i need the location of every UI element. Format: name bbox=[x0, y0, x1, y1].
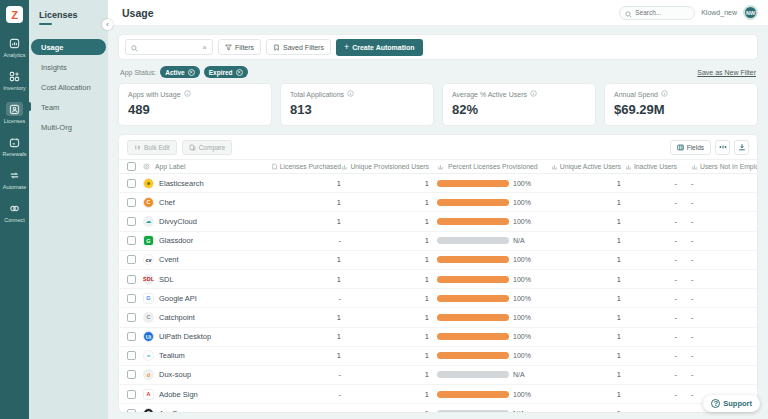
remove-chip-icon[interactable]: × bbox=[188, 69, 195, 76]
row-checkbox[interactable] bbox=[127, 390, 136, 399]
clear-search-icon[interactable]: × bbox=[202, 43, 207, 52]
app-name[interactable]: AppSpace bbox=[159, 409, 194, 412]
app-name[interactable]: Cvent bbox=[159, 255, 179, 264]
table-row[interactable]: Ui UiPath Desktop 1 1 100% 1 - - bbox=[119, 328, 757, 347]
support-button[interactable]: ? Support bbox=[703, 395, 760, 412]
remove-chip-icon[interactable]: × bbox=[236, 69, 243, 76]
table-row[interactable]: ≈ Tealium 1 1 100% 1 - - bbox=[119, 347, 757, 366]
global-search-input[interactable] bbox=[635, 9, 687, 16]
percent-label: 100% bbox=[513, 295, 531, 302]
table-row[interactable]: C Catchpoint 1 1 100% 1 - - bbox=[119, 308, 757, 327]
column-app-label[interactable]: App Label bbox=[143, 163, 261, 170]
row-checkbox[interactable] bbox=[127, 351, 136, 360]
column-unique-active-users[interactable]: Unique Active Users bbox=[563, 163, 627, 170]
save-as-new-filter-link[interactable]: Save as New Filter bbox=[697, 69, 756, 76]
table-row[interactable]: G Glassdoor - 1 N/A 1 - - bbox=[119, 232, 757, 251]
sidebar-item-connect[interactable]: Connect bbox=[0, 196, 29, 229]
app-name[interactable]: SDL bbox=[159, 275, 174, 284]
app-name[interactable]: Google API bbox=[159, 294, 197, 303]
table-row[interactable]: C Chef 1 1 100% 1 - - bbox=[119, 193, 757, 212]
row-checkbox[interactable] bbox=[127, 332, 136, 341]
subnav-item-team[interactable]: Team bbox=[31, 99, 106, 115]
info-icon[interactable] bbox=[530, 90, 537, 98]
main-area: Usage Klowd_new NW bbox=[108, 0, 768, 419]
column-percent-licenses-provisioned[interactable]: Percent Licenses Provisioned bbox=[437, 163, 563, 170]
table-search-input[interactable] bbox=[141, 44, 199, 51]
info-icon[interactable] bbox=[661, 90, 668, 98]
app-status-label: App Status: bbox=[120, 69, 156, 76]
sidebar-collapse-button[interactable]: ‹ bbox=[102, 19, 113, 30]
table-row[interactable]: G Google API - 1 100% 1 - - bbox=[119, 289, 757, 308]
sidebar-item-automate[interactable]: Automate bbox=[0, 163, 29, 196]
saved-filters-button[interactable]: Saved Filters bbox=[266, 39, 331, 55]
app-name[interactable]: UiPath Desktop bbox=[159, 332, 211, 341]
row-checkbox[interactable] bbox=[127, 179, 136, 188]
percent-label: 100% bbox=[513, 256, 531, 263]
table-row[interactable]: e Elasticsearch 1 1 100% 1 - - bbox=[119, 174, 757, 193]
row-checkbox[interactable] bbox=[127, 236, 136, 245]
percent-licenses-provisioned-cell: 100% bbox=[437, 218, 563, 225]
percent-label: 100% bbox=[513, 314, 531, 321]
brand-logo[interactable]: Z bbox=[6, 6, 23, 23]
table-row[interactable]: A Adobe Sign - 1 100% 1 - - bbox=[119, 385, 757, 404]
app-name[interactable]: DivvyCloud bbox=[159, 217, 197, 226]
subnav-item-cost-allocation[interactable]: Cost Allocation bbox=[31, 79, 106, 95]
chip-active[interactable]: Active × bbox=[160, 66, 200, 78]
bulk-edit-button[interactable]: Bulk Edit bbox=[127, 140, 177, 155]
app-name[interactable]: Catchpoint bbox=[159, 313, 195, 322]
subnav-item-multi-org[interactable]: Multi-Org bbox=[31, 119, 106, 135]
table-row[interactable]: cv Cvent 1 1 100% 1 - - bbox=[119, 251, 757, 270]
unique-provisioned-users-cell: 1 bbox=[349, 179, 437, 188]
table-row[interactable]: S AppSpace - 1 N/A 1 - - bbox=[119, 404, 757, 412]
expand-icon bbox=[719, 143, 727, 151]
column-inactive-users[interactable]: Inactive Users bbox=[627, 163, 683, 170]
row-checkbox[interactable] bbox=[127, 409, 136, 412]
app-name[interactable]: Chef bbox=[159, 198, 175, 207]
column-unique-provisioned-users[interactable]: Unique Provisioned Users bbox=[349, 163, 437, 170]
app-name[interactable]: Dux-soup bbox=[159, 370, 191, 379]
fields-button[interactable]: Fields bbox=[670, 140, 711, 155]
subnav-item-usage[interactable]: Usage bbox=[31, 39, 106, 55]
download-button[interactable] bbox=[734, 140, 749, 155]
sidebar-item-analytics[interactable]: Analytics bbox=[0, 31, 29, 64]
percent-bar bbox=[437, 276, 509, 283]
app-name[interactable]: Elasticsearch bbox=[159, 179, 204, 188]
app-name[interactable]: Tealium bbox=[159, 351, 185, 360]
column-licenses-purchased[interactable]: Licenses Purchased bbox=[261, 163, 349, 170]
avatar[interactable]: NW bbox=[743, 5, 758, 20]
percent-bar bbox=[437, 333, 509, 340]
table-row[interactable]: ☁ DivvyCloud 1 1 100% 1 - - bbox=[119, 212, 757, 231]
table-row[interactable]: SDL SDL 1 1 100% 1 - - bbox=[119, 270, 757, 289]
table-row[interactable]: d Dux-soup - 1 N/A 1 - - bbox=[119, 366, 757, 385]
sidebar-item-renewals[interactable]: Renewals bbox=[0, 130, 29, 163]
row-checkbox[interactable] bbox=[127, 313, 136, 322]
table-search[interactable]: × bbox=[125, 39, 213, 55]
percent-licenses-provisioned-cell: 100% bbox=[437, 352, 563, 359]
inactive-users-cell: - bbox=[627, 275, 683, 284]
create-automation-button[interactable]: + Create Automation bbox=[336, 39, 423, 56]
select-all-checkbox[interactable] bbox=[127, 162, 136, 171]
row-checkbox[interactable] bbox=[127, 217, 136, 226]
sidebar-item-inventory[interactable]: Inventory bbox=[0, 64, 29, 97]
row-checkbox[interactable] bbox=[127, 198, 136, 207]
app-icon: e bbox=[143, 178, 154, 189]
global-search[interactable] bbox=[619, 6, 695, 20]
inactive-users-cell: - bbox=[627, 332, 683, 341]
expand-columns-button[interactable] bbox=[715, 140, 730, 155]
row-checkbox[interactable] bbox=[127, 255, 136, 264]
info-icon[interactable] bbox=[347, 90, 354, 98]
app-name[interactable]: Glassdoor bbox=[159, 236, 193, 245]
column-users-not-in-roster[interactable]: Users Not In Employee Roster bbox=[683, 163, 757, 170]
row-checkbox[interactable] bbox=[127, 370, 136, 379]
app-name[interactable]: Adobe Sign bbox=[159, 390, 198, 399]
chip-expired[interactable]: Expired × bbox=[204, 66, 248, 78]
row-checkbox[interactable] bbox=[127, 294, 136, 303]
unique-provisioned-users-cell: 1 bbox=[349, 351, 437, 360]
subnav-item-insights[interactable]: Insights bbox=[31, 59, 106, 75]
info-icon[interactable] bbox=[184, 90, 191, 98]
column-header-text: Unique Active Users bbox=[560, 163, 621, 170]
compare-button[interactable]: Compare bbox=[182, 140, 233, 155]
filters-button[interactable]: Filters bbox=[218, 39, 261, 55]
sidebar-item-licenses[interactable]: Licenses bbox=[0, 97, 29, 130]
row-checkbox[interactable] bbox=[127, 275, 136, 284]
